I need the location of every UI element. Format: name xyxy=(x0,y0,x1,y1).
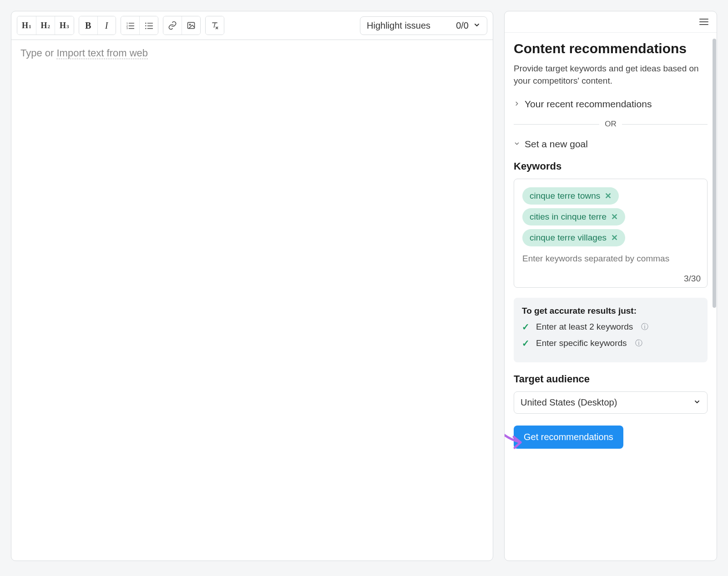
unordered-list-icon xyxy=(144,21,153,30)
import-from-web-link[interactable]: Import text from web xyxy=(56,47,148,59)
remove-keyword-button[interactable]: ✕ xyxy=(611,233,618,243)
panel-description: Provide target keywords and get ideas ba… xyxy=(514,63,708,87)
italic-button[interactable]: I xyxy=(97,16,116,35)
panel-title: Content recommendations xyxy=(514,41,708,56)
recent-recommendations-toggle[interactable]: Your recent recommendations xyxy=(514,99,708,110)
side-content: Content recommendations Provide target k… xyxy=(505,33,717,458)
chevron-down-icon xyxy=(514,140,520,149)
link-icon xyxy=(168,21,177,30)
highlight-count: 0/0 xyxy=(456,20,469,31)
image-icon xyxy=(187,21,196,30)
app-root: H1 H2 H3 B I 1 2 xyxy=(11,11,717,561)
h1-button[interactable]: H1 xyxy=(17,16,36,35)
keyword-chip-label: cities in cinque terre xyxy=(530,212,607,222)
remove-keyword-button[interactable]: ✕ xyxy=(605,191,612,201)
keyword-chip: cinque terre towns ✕ xyxy=(522,187,619,205)
get-recommendations-button[interactable]: Get recommendations xyxy=(514,426,623,449)
ordered-list-icon: 1 2 3 xyxy=(126,21,135,30)
keywords-heading: Keywords xyxy=(514,160,708,172)
editor-placeholder-prefix: Type or xyxy=(20,47,56,59)
editor-body[interactable]: Type or Import text from web xyxy=(11,40,493,66)
audience-select[interactable]: United States (Desktop) xyxy=(514,391,708,414)
keywords-count: 3/30 xyxy=(521,274,701,284)
panel-menu-button[interactable] xyxy=(698,17,710,27)
check-icon: ✓ xyxy=(522,321,530,332)
set-new-goal-toggle[interactable]: Set a new goal xyxy=(514,139,708,150)
highlight-label: Highlight issues xyxy=(367,20,451,31)
h3-button[interactable]: H3 xyxy=(55,16,74,35)
svg-rect-12 xyxy=(187,22,194,28)
info-icon[interactable]: ⓘ xyxy=(641,322,648,332)
keyword-chip: cities in cinque terre ✕ xyxy=(522,208,625,225)
audience-value: United States (Desktop) xyxy=(521,397,617,408)
format-group: B I xyxy=(79,16,116,35)
bold-button[interactable]: B xyxy=(79,16,97,35)
keyword-chip: cinque terre villages ✕ xyxy=(522,229,625,246)
set-goal-label: Set a new goal xyxy=(525,139,588,150)
keywords-box: cinque terre towns ✕ cities in cinque te… xyxy=(514,179,708,288)
chevron-right-icon xyxy=(514,100,520,109)
editor-toolbar: H1 H2 H3 B I 1 2 xyxy=(11,11,493,40)
tip-row: ✓ Enter specific keywords ⓘ xyxy=(522,338,699,349)
ordered-list-button[interactable]: 1 2 3 xyxy=(121,16,139,35)
svg-point-13 xyxy=(189,24,191,25)
tip-text: Enter specific keywords xyxy=(536,338,627,348)
svg-point-10 xyxy=(145,28,147,29)
chevron-down-icon xyxy=(473,20,480,31)
heading-group: H1 H2 H3 xyxy=(17,16,74,35)
clear-formatting-icon xyxy=(210,21,219,30)
unordered-list-button[interactable] xyxy=(139,16,158,35)
highlight-issues-dropdown[interactable]: Highlight issues 0/0 xyxy=(360,16,487,35)
svg-point-6 xyxy=(145,23,147,24)
info-icon[interactable]: ⓘ xyxy=(635,339,642,348)
check-icon: ✓ xyxy=(522,338,530,349)
image-button[interactable] xyxy=(182,16,200,35)
h2-button[interactable]: H2 xyxy=(36,16,55,35)
remove-keyword-button[interactable]: ✕ xyxy=(611,212,618,222)
tip-row: ✓ Enter at least 2 keywords ⓘ xyxy=(522,321,699,332)
tips-heading: To get accurate results just: xyxy=(522,306,699,316)
audience-heading: Target audience xyxy=(514,373,708,385)
recommendations-panel: Content recommendations Provide target k… xyxy=(504,11,717,561)
list-group: 1 2 3 xyxy=(121,16,158,35)
tip-text: Enter at least 2 keywords xyxy=(536,322,633,332)
or-divider: OR xyxy=(514,120,708,129)
clear-formatting-button[interactable] xyxy=(206,16,224,35)
chevron-down-icon xyxy=(693,397,701,408)
side-header xyxy=(505,11,717,33)
keyword-chip-label: cinque terre villages xyxy=(530,233,607,243)
svg-text:3: 3 xyxy=(126,27,127,30)
keywords-input[interactable] xyxy=(521,248,701,269)
tips-box: To get accurate results just: ✓ Enter at… xyxy=(514,298,708,362)
svg-point-8 xyxy=(145,25,147,27)
clear-group xyxy=(205,16,224,35)
or-text: OR xyxy=(605,120,617,129)
insert-group xyxy=(163,16,201,35)
editor-pane: H1 H2 H3 B I 1 2 xyxy=(11,11,493,561)
link-button[interactable] xyxy=(163,16,182,35)
recent-label: Your recent recommendations xyxy=(525,99,652,110)
keyword-chip-label: cinque terre towns xyxy=(530,191,600,201)
